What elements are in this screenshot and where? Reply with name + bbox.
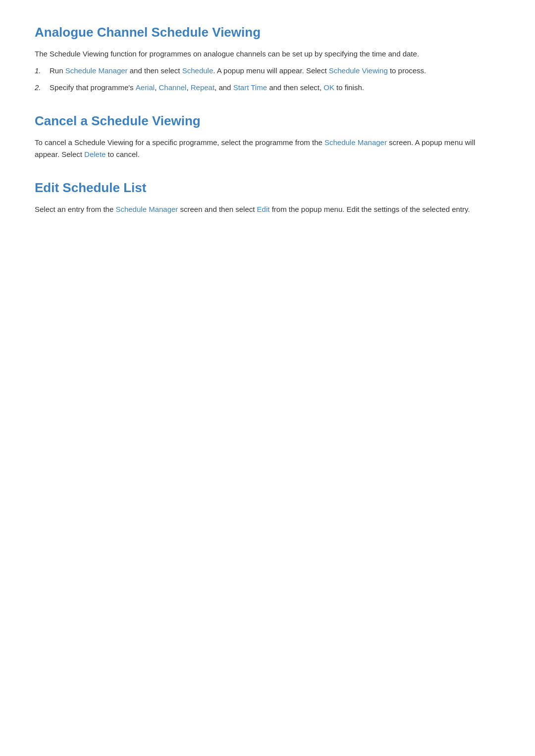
link-schedule-manager-1[interactable]: Schedule Manager: [65, 66, 128, 75]
page-container: Analogue Channel Schedule Viewing The Sc…: [0, 0, 535, 275]
section-body-cancel: To cancel a Schedule Viewing for a speci…: [35, 137, 500, 160]
link-schedule-manager-2[interactable]: Schedule Manager: [324, 138, 387, 147]
link-schedule-manager-3[interactable]: Schedule Manager: [115, 205, 178, 213]
link-channel[interactable]: Channel: [159, 83, 186, 92]
link-start-time[interactable]: Start Time: [233, 83, 267, 92]
link-aerial[interactable]: Aerial: [136, 83, 155, 92]
analogue-intro: The Schedule Viewing function for progra…: [35, 48, 500, 60]
section-title-analogue: Analogue Channel Schedule Viewing: [35, 25, 500, 40]
cancel-intro: To cancel a Schedule Viewing for a speci…: [35, 137, 500, 160]
link-repeat[interactable]: Repeat: [191, 83, 214, 92]
section-analogue-channel: Analogue Channel Schedule Viewing The Sc…: [35, 25, 500, 94]
list-content-2: Specify that programme's Aerial, Channel…: [50, 82, 500, 94]
section-cancel-schedule: Cancel a Schedule Viewing To cancel a Sc…: [35, 113, 500, 160]
section-edit-schedule: Edit Schedule List Select an entry from …: [35, 180, 500, 215]
list-num-2: 2.: [35, 82, 50, 94]
list-content-1: Run Schedule Manager and then select Sch…: [50, 65, 500, 77]
link-ok[interactable]: OK: [323, 83, 334, 92]
link-schedule-viewing[interactable]: Schedule Viewing: [329, 66, 388, 75]
section-title-edit: Edit Schedule List: [35, 180, 500, 196]
link-delete[interactable]: Delete: [84, 150, 106, 158]
list-item-1: 1. Run Schedule Manager and then select …: [35, 65, 500, 77]
section-body-analogue: The Schedule Viewing function for progra…: [35, 48, 500, 94]
edit-intro: Select an entry from the Schedule Manage…: [35, 203, 500, 215]
analogue-list: 1. Run Schedule Manager and then select …: [35, 65, 500, 94]
link-schedule[interactable]: Schedule: [182, 66, 214, 75]
section-body-edit: Select an entry from the Schedule Manage…: [35, 203, 500, 215]
link-edit[interactable]: Edit: [257, 205, 270, 213]
list-num-1: 1.: [35, 65, 50, 77]
list-item-2: 2. Specify that programme's Aerial, Chan…: [35, 82, 500, 94]
section-title-cancel: Cancel a Schedule Viewing: [35, 113, 500, 129]
